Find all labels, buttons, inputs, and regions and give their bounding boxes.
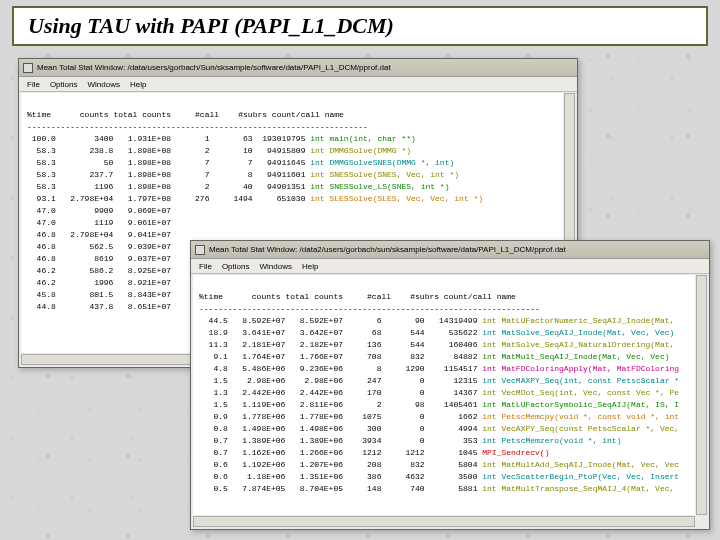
menubar-2: File Options Windows Help [191, 259, 709, 274]
table-row: 58.3 1196 1.898E+08 2 40 94901351 int SN… [27, 181, 557, 193]
menu-file[interactable]: File [199, 262, 212, 271]
menu-help[interactable]: Help [130, 80, 146, 89]
function-name: int MatLUFactorNumeric_SeqAIJ_Inode(Mat, [482, 316, 674, 325]
function-name: int DMMGSolve(DMMG *) [310, 146, 411, 155]
blank-row [199, 279, 689, 291]
table-row: 47.0 9909 9.069E+07 [27, 205, 557, 217]
table-row: 1.5 2.98E+06 2.98E+06 247 0 12315 int Ve… [199, 375, 689, 387]
table-row: 47.0 1119 9.061E+07 [27, 217, 557, 229]
column-header: %time counts total counts #call #subrs c… [27, 109, 557, 121]
window-menu-icon[interactable] [23, 63, 33, 73]
content-area-2: %time counts total counts #call #subrs c… [193, 275, 695, 515]
function-name: int MatLUFactorSymbolic_SeqAIJ(Mat, IS, … [482, 400, 679, 409]
table-row: 44.5 8.592E+07 8.592E+07 6 90 14319499 i… [199, 315, 689, 327]
titlebar-1[interactable]: Mean Total Stat Window: /data/users/gorb… [19, 59, 577, 77]
menu-options[interactable]: Options [50, 80, 78, 89]
blank-row [27, 97, 557, 109]
function-name: int SNESSolve_LS(SNES, int *) [310, 182, 449, 191]
function-name: int MatMultTranspose_SeqMAIJ_4(Mat, Vec, [482, 484, 674, 493]
table-row: 0.8 1.498E+06 1.498E+06 300 0 4994 int V… [199, 423, 689, 435]
table-row: 1.3 2.442E+06 2.442E+06 170 0 14367 int … [199, 387, 689, 399]
function-name: int VecScatterBegin_PtoP(Vec, Vec, Inser… [482, 472, 679, 481]
divider-row: ----------------------------------------… [199, 303, 689, 315]
scrollbar-horizontal[interactable] [193, 516, 695, 527]
window-title-1: Mean Total Stat Window: /data/users/gorb… [37, 63, 391, 72]
scrollbar-vertical[interactable] [696, 275, 707, 515]
table-row: 93.1 2.798E+04 1.797E+08 276 1494 651030… [27, 193, 557, 205]
table-row: 100.0 3400 1.931E+08 1 63 193019795 int … [27, 133, 557, 145]
table-row: 11.3 2.181E+07 2.182E+07 136 544 160406 … [199, 339, 689, 351]
function-name: int MatFDColoringApply(Mat, MatFDColorin… [482, 364, 679, 373]
function-name: int VecMAXPY_Seq(int, const PetscScalar … [482, 376, 679, 385]
table-row: 0.6 1.18E+06 1.351E+06 386 4632 3500 int… [199, 471, 689, 483]
table-row: 0.5 7.874E+05 8.704E+05 148 740 5881 int… [199, 483, 689, 495]
table-row: 18.9 3.641E+07 3.642E+07 68 544 535622 i… [199, 327, 689, 339]
table-row: 0.6 1.192E+06 1.207E+06 208 832 5804 int… [199, 459, 689, 471]
function-name: int MatMultAdd_SeqAIJ_Inode(Mat, Vec, Ve… [482, 460, 679, 469]
stat-window-2: Mean Total Stat Window: /data2/users/gor… [190, 240, 710, 530]
menu-help[interactable]: Help [302, 262, 318, 271]
table-row: 58.3 237.7 1.898E+08 7 8 94911601 int SN… [27, 169, 557, 181]
menubar-1: File Options Windows Help [19, 77, 577, 92]
menu-file[interactable]: File [27, 80, 40, 89]
menu-windows[interactable]: Windows [259, 262, 291, 271]
slide-title-text: Using TAU with PAPI (PAPI_L1_DCM) [28, 13, 394, 39]
function-name: int MatSolve_SeqAIJ_Inode(Mat, Vec, Vec) [482, 328, 674, 337]
table-row: 9.1 1.764E+07 1.766E+07 708 832 84882 in… [199, 351, 689, 363]
table-row: 0.7 1.162E+06 1.266E+06 1212 1212 1045 M… [199, 447, 689, 459]
function-name: MPI_Sendrecv() [482, 448, 549, 457]
table-row: 58.3 50 1.898E+08 7 7 94911645 int DMMGS… [27, 157, 557, 169]
window-title-2: Mean Total Stat Window: /data2/users/gor… [209, 245, 566, 254]
function-name: int VecAXPY_Seq(const PetscScalar *, Vec… [482, 424, 679, 433]
menu-options[interactable]: Options [222, 262, 250, 271]
table-row: 1.5 1.119E+06 2.811E+06 2 98 1405461 int… [199, 399, 689, 411]
table-row: 0.7 1.389E+06 1.389E+06 3934 0 353 int P… [199, 435, 689, 447]
function-name: int MatMult_SeqAIJ_Inode(Mat, Vec, Vec) [482, 352, 669, 361]
titlebar-2[interactable]: Mean Total Stat Window: /data2/users/gor… [191, 241, 709, 259]
function-name: int MatSolve_SeqAIJ_NaturalOrdering(Mat, [482, 340, 674, 349]
table-row: 58.3 238.8 1.898E+08 2 10 94915809 int D… [27, 145, 557, 157]
function-name: int SNESSolve(SNES, Vec, int *) [310, 170, 459, 179]
function-name: int DMMGSolveSNES(DMMG *, int) [310, 158, 454, 167]
function-name: int main(int, char **) [310, 134, 416, 143]
function-name: int VecMDot_Seq(int, Vec, const Vec *, P… [482, 388, 679, 397]
column-header: %time counts total counts #call #subrs c… [199, 291, 689, 303]
function-name: int PetscMemzero(void *, int) [482, 436, 621, 445]
menu-windows[interactable]: Windows [87, 80, 119, 89]
function-name: int SLESSolve(SLES, Vec, Vec, int *) [310, 194, 483, 203]
function-name: int PetscMemcpy(void *, const void *, in… [482, 412, 679, 421]
divider-row: ----------------------------------------… [27, 121, 557, 133]
slide-title: Using TAU with PAPI (PAPI_L1_DCM) [12, 6, 708, 46]
window-menu-icon[interactable] [195, 245, 205, 255]
table-row: 0.9 1.778E+06 1.778E+06 1075 0 1662 int … [199, 411, 689, 423]
table-row: 4.8 5.486E+06 9.236E+06 8 1290 1154517 i… [199, 363, 689, 375]
